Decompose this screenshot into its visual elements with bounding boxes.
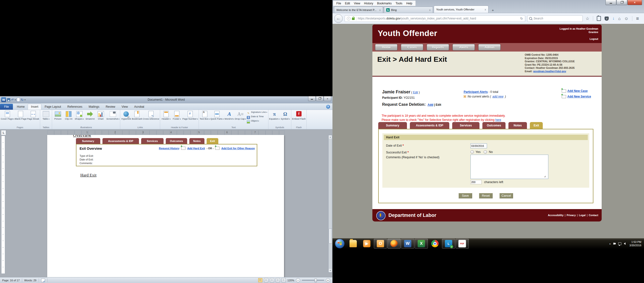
footer-contact-link[interactable]: Contact [589,214,598,217]
omb-email-link[interactable]: goodman.heather@dol.gov [533,70,566,73]
menu-hamburger-icon[interactable]: ≡ [636,16,639,21]
word-restore-button[interactable] [316,96,324,101]
show-hidden-icons-arrow[interactable]: ▲ [609,243,611,245]
wordart-button[interactable]: AWordArt [224,110,234,123]
reset-button[interactable]: Reset [479,193,492,198]
web-layout-view-button[interactable] [270,278,274,282]
network-icon[interactable] [618,242,621,245]
taskbar-media-player[interactable]: ▶ [360,239,373,249]
hyperlink-button[interactable]: Hyperlink [121,110,132,123]
date-of-exit-input[interactable] [470,143,487,148]
taskbar-chrome[interactable] [428,239,442,249]
footer-accessibility-link[interactable]: Accessibility [548,214,564,217]
taskbar-outlook[interactable]: O [374,239,387,249]
firefox-minimize-button[interactable] [606,0,616,5]
add-new-service-row[interactable]: Add New Service [562,95,591,98]
pocket-icon[interactable]: ∨ [604,16,609,21]
reading-list-icon[interactable] [597,16,601,21]
date-time-button[interactable]: 5Date & Time [247,115,267,119]
zoom-slider-thumb[interactable] [314,279,317,282]
warning-here-link[interactable]: here [495,118,501,122]
spellcheck-status[interactable] [39,279,48,282]
redo-icon[interactable]: ↻ [21,98,24,101]
ribbon-tab-page-layout[interactable]: Page Layout [42,104,64,110]
ribbon-tab-view[interactable]: View [118,104,131,110]
tab-close-icon[interactable]: x [485,8,486,11]
quick-parts-button[interactable]: Quick Parts [210,110,224,123]
bookmark-button[interactable]: Bookmark [132,110,142,123]
tab-stop-selector[interactable]: L [1,130,6,135]
word-count-status[interactable]: Words: 29 [22,279,39,282]
cross-reference-button[interactable]: Cross-reference [142,110,160,123]
nav-alerts-button[interactable]: Alerts [452,44,475,50]
shapes-button[interactable]: Shapes [74,110,85,123]
menu-file[interactable]: File [334,1,343,5]
start-button[interactable] [335,239,345,249]
taskbar-excel[interactable]: X [415,239,428,249]
smartart-button[interactable]: SmartArt [85,110,96,123]
signature-line-button[interactable]: ✎Signature Line [247,111,267,115]
menu-tools[interactable]: Tools [394,1,404,5]
drop-cap-button[interactable]: A≡Drop Cap [234,110,246,123]
home-icon[interactable]: ⌂ [618,16,621,21]
firefox-close-button[interactable]: × [628,0,642,5]
picture-button[interactable]: Picture [52,110,63,123]
taskbar-lync[interactable]: L [442,239,455,249]
menu-help[interactable]: Help [404,1,414,5]
word-page[interactable]: Overview Summary Assessments & IDP Servi… [47,135,284,277]
tab-notes[interactable]: Notes [508,122,527,129]
object-button[interactable]: Object [247,120,267,124]
scroll-up-arrow[interactable]: ▲ [329,135,332,139]
header-button[interactable]: Header [161,110,171,123]
browser-tab-youth-services[interactable]: Youth services, Youth Offender x [434,5,488,13]
undo-dropdown-caret[interactable]: ▾ [15,99,16,101]
footer-privacy-link[interactable]: Privacy [566,214,576,217]
footer-legal-link[interactable]: Legal [579,214,586,217]
clip-art-button[interactable]: Clip Art [63,110,74,123]
save-icon[interactable] [7,98,10,101]
document-vertical-scrollbar[interactable]: ▲ ▼ [328,135,332,273]
symbol-button[interactable]: ΩSymbol [280,110,290,123]
word-title-bar[interactable]: W ↶ ▾ ↻ ▾ Document1 - Microsoft Word × [0,96,332,103]
word-app-icon[interactable]: W [1,97,6,102]
embed-flash-button[interactable]: fEmbed Flash [292,110,306,123]
tab-assessments-idp[interactable]: Assessments & IDP [410,122,449,129]
url-text[interactable]: https://testetareports.doleta.gov/youth_… [358,17,476,20]
cancel-button[interactable]: Cancel [500,193,513,198]
page-info-icon[interactable]: i [347,17,350,20]
tab-close-icon[interactable]: x [429,8,431,11]
taskbar-word[interactable]: W [401,239,414,249]
taskbar-adobe-reader[interactable]: PDF [456,239,469,249]
table-button[interactable]: Table [41,110,51,123]
ribbon-tab-review[interactable]: Review [102,104,118,110]
menu-view[interactable]: View [352,1,362,5]
firefox-restore-button[interactable] [616,0,627,5]
characters-left-count[interactable] [470,180,482,184]
undo-icon[interactable]: ↶ [11,98,14,101]
cover-page-button[interactable]: Cover Page [0,110,14,123]
tab-outcomes[interactable]: Outcomes [482,122,506,129]
text-box-button[interactable]: Text Box [199,110,210,123]
menu-history[interactable]: History [362,1,375,5]
ribbon-tab-acrobat[interactable]: Acrobat [131,104,147,110]
taskbar-clock[interactable]: 1:53 PM 3/30/2016 [630,240,642,247]
footer-button[interactable]: Footer [171,110,182,123]
nav-reports-button[interactable]: Reports [427,44,449,50]
scroll-down-arrow[interactable]: ▼ [329,269,332,272]
tab-summary[interactable]: Summary [378,122,407,129]
menu-bookmarks[interactable]: Bookmarks [375,1,394,5]
reload-icon[interactable]: ↻ [520,16,523,20]
chart-button[interactable]: Chart [96,110,106,123]
logout-link[interactable]: Logout [590,37,598,40]
outline-view-button[interactable] [276,278,280,282]
ribbon-tab-file[interactable]: File [0,104,13,110]
tab-close-icon[interactable]: x [380,8,381,11]
downloads-icon[interactable]: ↓ [612,16,614,21]
page-number-button[interactable]: Page Number [182,110,198,123]
ribbon-tab-home[interactable]: Home [14,104,28,110]
draft-view-button[interactable] [282,278,286,282]
save-button[interactable]: Save [458,193,472,198]
browser-tab-bing[interactable]: b Bing x [384,6,433,13]
add-new-alert-link[interactable]: add new [492,95,503,98]
add-new-case-row[interactable]: Add New Case [562,89,591,93]
